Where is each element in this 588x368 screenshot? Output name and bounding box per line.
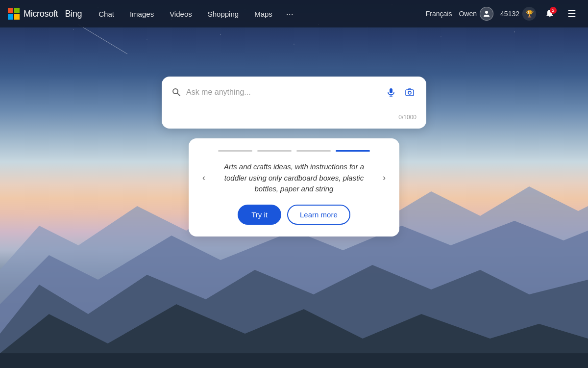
points-value: 45132 [500,10,519,18]
suggestion-card: ‹ Arts and crafts ideas, with instructio… [189,138,399,237]
nav-maps[interactable]: Maps [247,7,279,21]
nav-shopping[interactable]: Shopping [201,7,245,21]
learn-more-button[interactable]: Learn more [287,205,350,225]
nav-right: Français Owen 45132 🏆 2 ☰ [426,6,580,22]
notification-badge: 2 [550,7,557,14]
user-icon [483,10,490,18]
voice-search-button[interactable] [384,85,398,99]
bing-text: Bing [65,9,82,19]
carousel-dot-4[interactable] [336,150,370,152]
trophy-icon: 🏆 [522,7,536,21]
nav-videos[interactable]: Videos [163,7,199,21]
nav-chat[interactable]: Chat [92,7,121,21]
nav-images[interactable]: Images [123,7,161,21]
search-input-row [172,85,416,99]
logo-area[interactable]: Microsoft Bing [8,8,82,20]
search-input[interactable] [186,88,379,97]
card-actions: Try it Learn more [198,205,390,225]
nav-more-button[interactable]: ··· [281,7,298,21]
carousel-body: ‹ Arts and crafts ideas, with instructio… [198,161,390,195]
carousel-prev-button[interactable]: ‹ [198,169,209,187]
svg-point-24 [408,91,411,94]
notifications-button[interactable]: 2 [543,7,557,21]
carousel-dot-3[interactable] [296,150,331,152]
svg-point-17 [485,11,488,14]
svg-rect-23 [406,90,414,96]
hamburger-menu[interactable]: ☰ [564,6,580,22]
main-content: 0/1000 ‹ Arts and crafts ideas, with ins… [0,27,588,368]
user-avatar [480,7,493,21]
brand-name: Microsoft Bing [24,9,82,19]
microsoft-text: Microsoft [24,9,58,19]
camera-search-button[interactable] [403,85,416,99]
points-area[interactable]: 45132 🏆 [500,7,536,21]
search-container: 0/1000 [162,77,426,129]
navbar: Microsoft Bing Chat Images Videos Shoppi… [0,0,588,27]
svg-rect-20 [390,88,392,93]
camera-icon [405,87,415,97]
user-menu[interactable]: Owen [459,7,493,21]
carousel-next-button[interactable]: › [379,169,390,187]
carousel-dot-1[interactable] [218,150,252,152]
carousel-dot-2[interactable] [257,150,292,152]
svg-line-19 [177,93,180,96]
microsoft-logo [8,8,20,20]
carousel-indicators [198,150,390,152]
nav-links: Chat Images Videos Shopping Maps ··· [92,7,426,21]
search-icon [172,87,181,97]
microphone-icon [386,87,396,97]
try-it-button[interactable]: Try it [238,205,281,225]
language-selector[interactable]: Français [426,10,452,18]
user-name: Owen [459,10,477,18]
character-counter: 0/1000 [172,114,416,121]
carousel-suggestion-text: Arts and crafts ideas, with instructions… [213,161,375,195]
